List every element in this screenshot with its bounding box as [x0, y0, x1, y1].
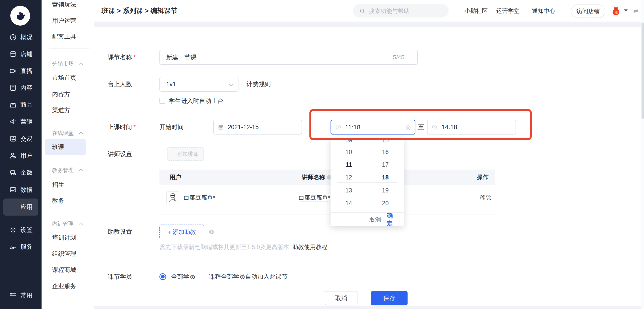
subnav-item-training-plan[interactable]: 培训计划 — [52, 234, 76, 242]
date-value: 2021-12-15 — [228, 124, 259, 131]
picker-cancel-button[interactable]: 取消 — [369, 216, 381, 224]
sidebar-item-wecom[interactable]: 企微 — [0, 163, 42, 182]
minute-option[interactable]: 15 — [382, 139, 389, 144]
sidebar-item-service[interactable]: 服务 — [0, 237, 42, 256]
hour-option[interactable]: 10 — [345, 149, 352, 156]
subnav-section-internal-training[interactable]: 内训管理 — [52, 220, 74, 227]
billing-rules-link[interactable]: 计费规则 — [246, 80, 271, 88]
all-students-description: 课程全部学员自动加入此课节 — [209, 272, 288, 281]
sidebar-item-settings[interactable]: 设置 — [0, 220, 42, 240]
primary-sidebar: 概况 店铺 直播 内容 商品 营销 交易 用户 — [0, 0, 42, 309]
data-chart-icon — [9, 186, 17, 194]
subnav-item-org-management[interactable]: 组织管理 — [52, 250, 76, 258]
hour-option-selected[interactable]: 11 — [346, 161, 352, 168]
shop-icon — [9, 50, 17, 58]
sidebar-item-goods[interactable]: 商品 — [0, 95, 42, 114]
start-time-input[interactable]: 11:18 — [330, 120, 416, 134]
sidebar-item-label: 常用 — [20, 291, 32, 299]
sidebar-item-label: 服务 — [20, 243, 32, 251]
subnav-item-user-ops[interactable]: 用户运营 — [52, 16, 76, 25]
sidebar-item-label: 商品 — [20, 100, 32, 109]
subnav-item-market-home[interactable]: 市场首页 — [52, 74, 76, 82]
minute-option-selected[interactable]: 18 — [382, 174, 389, 181]
sidebar-item-label: 营销 — [20, 118, 32, 126]
time-picker-columns: 09 10 11 12 13 14 15 16 17 18 19 20 — [330, 139, 404, 212]
lesson-name-label: 课节名称* — [108, 53, 136, 61]
sidebar-divider — [7, 217, 35, 217]
save-button[interactable]: 保存 — [371, 291, 408, 306]
teacher-display-name[interactable]: 白菜豆腐鱼* — [299, 194, 330, 202]
all-students-radio-label[interactable]: 全部学员 — [171, 272, 195, 281]
sidebar-item-apps[interactable]: 应用 — [0, 198, 42, 216]
add-assistant-button[interactable]: + 添加助教 — [160, 224, 204, 240]
scrollbar-thumb[interactable] — [642, 22, 644, 119]
text-cursor — [360, 123, 361, 131]
auto-stage-checkbox[interactable] — [160, 98, 165, 104]
subnav-item-enrollment[interactable]: 招生 — [52, 181, 64, 189]
minute-option[interactable]: 17 — [382, 161, 389, 168]
header-link-notifications[interactable]: 通知中心 — [532, 7, 555, 15]
subnav-item-class-course[interactable]: 班课 — [52, 143, 64, 151]
subnav-item-course-mall[interactable]: 课程商城 — [52, 266, 76, 274]
all-students-radio[interactable] — [160, 273, 166, 280]
stage-count-select[interactable]: 1v1 — [160, 77, 238, 92]
content-doc-icon — [9, 84, 17, 92]
picker-confirm-button[interactable]: 确定 — [387, 212, 398, 228]
user-gear-icon — [9, 152, 17, 160]
subnav-item-enterprise-service[interactable]: 企业服务 — [52, 282, 76, 290]
remove-teacher-link[interactable]: 移除 — [480, 194, 491, 202]
sidebar-item-shop[interactable]: 店铺 — [0, 45, 42, 64]
brand-logo[interactable] — [10, 6, 30, 26]
subnav-item-content-provider[interactable]: 内容方 — [52, 90, 70, 98]
hour-option[interactable]: 12 — [345, 174, 352, 181]
header-link-community[interactable]: 小鹅社区 — [464, 7, 488, 15]
add-teacher-button[interactable]: + 添加讲师 — [167, 147, 204, 161]
subnav-section-distribution[interactable]: 分销市场 — [52, 60, 74, 67]
sidebar-item-live[interactable]: 直播 — [0, 62, 42, 80]
main-area: 课节名称* 5/45 台上人数 1v1 计费规则 学生进入时自动上台 上课时间*… — [94, 22, 644, 309]
lesson-students-label: 课节学员 — [108, 272, 132, 281]
date-input[interactable]: 2021-12-15 — [213, 120, 302, 134]
header-link-academy[interactable]: 运营学堂 — [496, 7, 520, 15]
end-time-input[interactable]: 14:18 — [427, 120, 516, 134]
sidebar-item-trade[interactable]: 交易 — [0, 129, 42, 148]
hour-option[interactable]: 13 — [345, 187, 352, 194]
table-row-divider — [160, 214, 495, 214]
stage-count-value: 1v1 — [166, 81, 176, 88]
sidebar-item-data[interactable]: 数据 — [0, 180, 42, 199]
sidebar-item-label: 直播 — [20, 67, 32, 75]
picker-selection-line — [337, 182, 398, 182]
minute-option[interactable]: 20 — [382, 200, 389, 207]
lesson-name-input[interactable] — [160, 50, 418, 65]
assistant-tip-text: 需先下载最新电脑端或将其更新至1.5.0及更高版本 — [160, 243, 289, 251]
sidebar-item-label: 交易 — [20, 135, 32, 143]
minute-option[interactable]: 16 — [382, 149, 389, 156]
sidebar-item-frequent[interactable]: 常用 — [0, 286, 42, 305]
subnav-section-academic[interactable]: 教务管理 — [52, 167, 74, 174]
auto-stage-checkbox-label[interactable]: 学生进入时自动上台 — [169, 97, 224, 105]
subnav-item-tools[interactable]: 配套工具 — [52, 32, 76, 41]
switch-account-icon[interactable] — [632, 8, 640, 14]
sidebar-item-users[interactable]: 用户 — [0, 146, 42, 165]
search-box[interactable] — [353, 4, 449, 18]
clear-icon[interactable] — [405, 125, 411, 131]
avatar[interactable]: 福 — [610, 5, 622, 16]
avatar-caret-down-icon[interactable] — [624, 10, 628, 12]
minute-option[interactable]: 19 — [382, 187, 389, 194]
wecom-chat-icon — [9, 168, 17, 176]
cancel-button[interactable]: 取消 — [325, 291, 358, 306]
subnav-item-marketing-play[interactable]: 营销玩法 — [52, 0, 76, 8]
subnav-item-academic-affairs[interactable]: 教务 — [52, 197, 64, 205]
subnav-item-channel-provider[interactable]: 渠道方 — [52, 106, 70, 114]
search-input[interactable] — [368, 4, 446, 18]
sidebar-item-overview[interactable]: 概况 — [0, 28, 42, 47]
header-divider — [527, 8, 527, 14]
sidebar-item-marketing[interactable]: 营销 — [0, 112, 42, 131]
subnav-section-online-class[interactable]: 在线课堂 — [52, 130, 74, 137]
info-icon[interactable] — [208, 229, 214, 235]
visit-shop-button[interactable]: 访问店铺 — [571, 4, 606, 18]
sidebar-item-content[interactable]: 内容 — [0, 78, 42, 97]
sidebar-item-label: 内容 — [20, 84, 32, 92]
assistant-tutorial-link[interactable]: 助教使用教程 — [292, 243, 328, 251]
hour-option[interactable]: 14 — [345, 200, 352, 207]
